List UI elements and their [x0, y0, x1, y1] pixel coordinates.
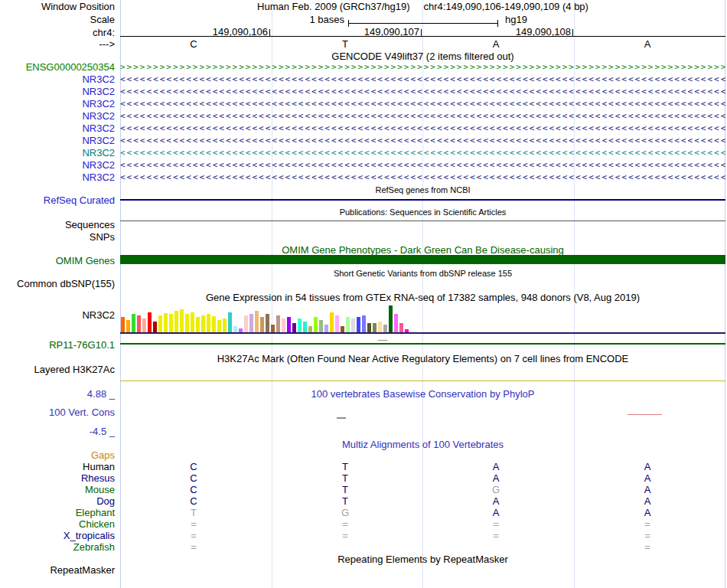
gtex-expression-bar[interactable]	[362, 315, 366, 332]
gtex-expression-bar[interactable]	[282, 318, 285, 332]
gtex-expression-bar[interactable]	[228, 312, 232, 332]
gtex-expression-bar[interactable]	[201, 315, 205, 332]
gene-model-arrows[interactable]: <<<<<<<<<<<<<<<<<<<<<<<<<<<<<<<<<<<<<<<<…	[120, 122, 725, 135]
track-label-common-dbsnp[interactable]: Common dbSNP(155)	[0, 278, 115, 289]
gtex-expression-bar[interactable]	[271, 325, 275, 332]
gtex-expression-bar[interactable]	[212, 316, 216, 332]
gene-model-arrows[interactable]: <<<<<<<<<<<<<<<<<<<<<<<<<<<<<<<<<<<<<<<<…	[120, 110, 725, 122]
gtex-expression-bar[interactable]	[132, 314, 135, 332]
track-label-sequences[interactable]: Sequences	[0, 219, 115, 230]
gtex-expression-bar[interactable]	[244, 315, 248, 332]
gtex-expression-bar[interactable]	[276, 315, 280, 332]
track-label-omim-genes[interactable]: OMIM Genes	[0, 255, 115, 266]
gtex-expression-bar[interactable]	[185, 314, 189, 332]
gtex-expression-bar[interactable]	[351, 318, 355, 332]
gtex-expression-bar[interactable]	[207, 314, 210, 332]
gtex-expression-bar[interactable]	[373, 323, 377, 332]
gene-model-arrows[interactable]: <<<<<<<<<<<<<<<<<<<<<<<<<<<<<<<<<<<<<<<<…	[120, 74, 725, 86]
gtex-expression-bar[interactable]	[383, 325, 387, 332]
gene-label[interactable]: NR3C2	[0, 159, 115, 171]
gene-label[interactable]: NR3C2	[0, 98, 115, 109]
gtex-expression-bar[interactable]	[233, 326, 237, 332]
species-label[interactable]: Elephant	[0, 507, 115, 518]
gtex-expression-bar[interactable]	[341, 326, 344, 332]
species-label[interactable]: Human	[0, 461, 115, 472]
gtex-expression-bar[interactable]	[389, 305, 393, 332]
track-label-h3k27ac[interactable]: Layered H3K27Ac	[0, 364, 115, 375]
gtex-expression-bar[interactable]	[292, 323, 296, 332]
species-label[interactable]: Chicken	[0, 518, 115, 530]
gtex-expression-bar[interactable]	[164, 313, 168, 332]
gtex-expression-bar[interactable]	[378, 322, 382, 332]
gtex-expression-bar[interactable]	[394, 314, 398, 332]
gtex-expression-bar[interactable]	[260, 317, 264, 332]
gtex-expression-bar[interactable]	[153, 322, 157, 332]
gtex-expression-bar[interactable]	[180, 309, 184, 332]
gtex-expression-bar[interactable]	[126, 320, 130, 332]
species-label[interactable]: Dog	[0, 495, 115, 507]
gtex-expression-bar[interactable]	[357, 317, 360, 332]
gtex-expression-bar[interactable]	[399, 323, 403, 332]
gene-model-arrows[interactable]: <<<<<<<<<<<<<<<<<<<<<<<<<<<<<<<<<<<<<<<<…	[120, 147, 725, 159]
gtex-expression-bar[interactable]	[287, 317, 291, 332]
gtex-expression-bar[interactable]	[148, 312, 152, 332]
gtex-expression-bar[interactable]	[217, 320, 221, 332]
rp11-gene-bar[interactable]	[120, 343, 725, 345]
gtex-expression-bar[interactable]	[266, 314, 269, 332]
gtex-expression-bar[interactable]	[223, 318, 227, 332]
species-label[interactable]: Mouse	[0, 484, 115, 495]
gtex-expression-bar[interactable]	[308, 326, 312, 332]
gene-model-arrows[interactable]: <<<<<<<<<<<<<<<<<<<<<<<<<<<<<<<<<<<<<<<<…	[120, 98, 725, 110]
track-label-gaps[interactable]: Gaps	[0, 449, 115, 461]
gene-label[interactable]: NR3C2	[0, 86, 115, 97]
gtex-expression-bar[interactable]	[174, 311, 178, 332]
gene-model-arrows[interactable]: <<<<<<<<<<<<<<<<<<<<<<<<<<<<<<<<<<<<<<<<…	[120, 159, 725, 172]
h3k27ac-signal-line[interactable]	[120, 381, 725, 381]
gtex-expression-bar[interactable]	[330, 312, 334, 332]
gene-model-arrows[interactable]: <<<<<<<<<<<<<<<<<<<<<<<<<<<<<<<<<<<<<<<<…	[120, 135, 725, 147]
gtex-expression-bar[interactable]	[137, 315, 141, 332]
strand-label: --->	[0, 38, 115, 50]
track-label-repeatmasker[interactable]: RepeatMasker	[0, 564, 115, 576]
gtex-expression-bar[interactable]	[298, 318, 302, 332]
gene-label[interactable]: NR3C2	[0, 172, 115, 183]
gtex-expression-bar[interactable]	[191, 312, 194, 332]
gene-label[interactable]: NR3C2	[0, 135, 115, 146]
gene-label[interactable]: NR3C2	[0, 74, 115, 85]
gtex-expression-bar[interactable]	[121, 317, 125, 332]
gtex-expression-bar[interactable]	[303, 322, 307, 332]
gtex-expression-bar[interactable]	[169, 314, 173, 332]
species-label[interactable]: Zebrafish	[0, 541, 115, 553]
gene-model-arrows[interactable]: <<<<<<<<<<<<<<<<<<<<<<<<<<<<<<<<<<<<<<<<…	[120, 172, 725, 184]
gene-label[interactable]: NR3C2	[0, 122, 115, 134]
gtex-expression-bar[interactable]	[335, 315, 339, 332]
track-label-snps[interactable]: SNPs	[0, 231, 115, 243]
refseq-gene-bar[interactable]	[120, 199, 725, 201]
gtex-expression-bar[interactable]	[319, 320, 323, 332]
sequences-track-line[interactable]	[120, 220, 725, 221]
gtex-expression-bar[interactable]	[346, 317, 350, 332]
gtex-expression-bar[interactable]	[255, 311, 259, 332]
species-label[interactable]: X_tropicalis	[0, 530, 115, 541]
gtex-expression-bar[interactable]	[239, 328, 243, 332]
gene-model-arrows[interactable]: <<<<<<<<<<<<<<<<<<<<<<<<<<<<<<<<<<<<<<<<…	[120, 86, 725, 98]
gtex-expression-bar[interactable]	[249, 314, 253, 332]
gtex-expression-bar[interactable]	[324, 325, 328, 332]
gtex-expression-bar[interactable]	[196, 317, 200, 332]
track-label-gtex-gene[interactable]: NR3C2	[0, 309, 115, 321]
gtex-expression-bar[interactable]	[158, 315, 162, 332]
gtex-expression-bar[interactable]	[142, 318, 146, 332]
gtex-baseline[interactable]	[120, 332, 725, 334]
gene-label[interactable]: ENSG00000250354	[0, 61, 115, 73]
track-label-refseq-curated[interactable]: RefSeq Curated	[0, 194, 115, 206]
omim-gene-bar[interactable]	[120, 255, 725, 264]
track-label-vert-cons[interactable]: 100 Vert. Cons	[0, 407, 115, 418]
gene-model-arrows[interactable]: >>>>>>>>>>>>>>>>>>>>>>>>>>>>>>>>>>>>>>>>…	[120, 61, 725, 74]
gtex-expression-bar[interactable]	[367, 323, 371, 332]
gtex-expression-bar[interactable]	[405, 329, 409, 332]
species-label[interactable]: Rhesus	[0, 472, 115, 484]
gene-label[interactable]: NR3C2	[0, 147, 115, 158]
gene-label[interactable]: NR3C2	[0, 110, 115, 122]
track-label-rp11[interactable]: RP11-76G10.1	[0, 339, 115, 351]
gtex-expression-bar[interactable]	[314, 317, 318, 332]
